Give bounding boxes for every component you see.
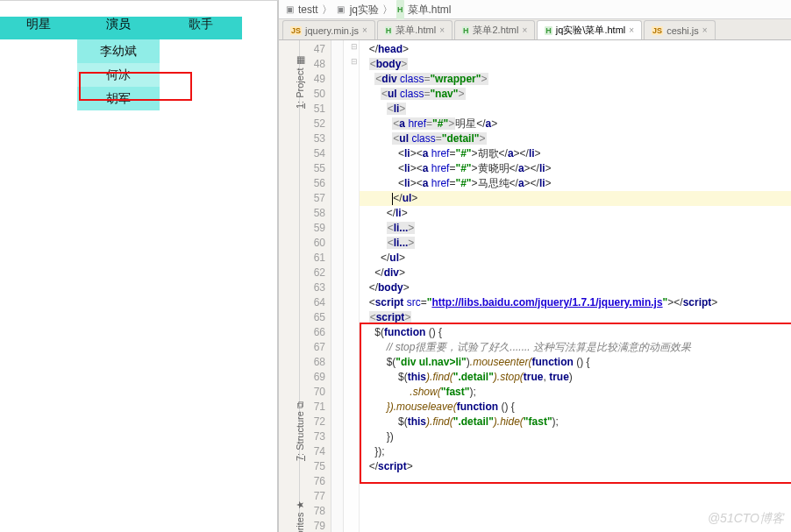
close-icon[interactable]: × (439, 25, 445, 35)
folder-icon: ▣ (336, 4, 346, 15)
close-icon[interactable]: × (522, 25, 527, 35)
sidebar-structure[interactable]: 7: Structure ⧉ (295, 401, 306, 461)
folder-icon: ▣ (284, 4, 295, 15)
tab-ceshi[interactable]: JSceshi.js× (644, 20, 716, 39)
tab-menu[interactable]: H菜单.html× (377, 20, 453, 39)
sidebar-favorites[interactable]: 2: Favorites ★ (295, 500, 306, 532)
editor-tabs: JSjquery.min.js× H菜单.html× H菜单2.html× Hj… (279, 19, 791, 40)
crumb-file[interactable]: 菜单.html (408, 0, 452, 19)
close-icon[interactable]: × (629, 25, 634, 35)
chevron-right-icon: 〉 (382, 0, 393, 19)
ide-pane: ▣ testt 〉 ▣ jq实验 〉 H 菜单.html JSjquery.mi… (279, 0, 791, 532)
tab-jquery[interactable]: JSjquery.min.js× (282, 20, 375, 39)
browser-preview-pane: 明星 演员 歌手 李幼斌 何冰 胡军 (0, 0, 279, 532)
nav-item-singer[interactable]: 歌手 (160, 17, 242, 39)
js-file-icon: JS (652, 26, 663, 35)
html-file-icon: H (396, 0, 404, 19)
code-editor[interactable]: 4748495051525354555657585960616263646566… (300, 40, 791, 532)
indent-guide: ⊟ ⊟ (344, 40, 360, 532)
highlight-annotation (79, 72, 192, 101)
html-file-icon: H (462, 26, 470, 35)
editor-main: 11: Project: Project ▦ 7: Structure ⧉ 2:… (279, 40, 791, 532)
nav-item-star[interactable]: 明星 (0, 17, 77, 39)
tab-active[interactable]: Hjq实验\菜单.html× (537, 20, 642, 39)
watermark: @51CTO博客 (708, 511, 784, 527)
tab-menu2[interactable]: H菜单2.html× (454, 20, 535, 39)
sidebar-project[interactable]: 11: Project: Project ▦ (295, 56, 306, 109)
crumb-root[interactable]: testt (298, 0, 318, 19)
html-file-icon: H (385, 26, 393, 35)
detail-item[interactable]: 李幼斌 (77, 39, 160, 63)
js-file-icon: JS (290, 26, 302, 35)
editor-content[interactable]: </head> <body> <div class="wrapper"> <ul… (360, 40, 791, 532)
close-icon[interactable]: × (702, 25, 708, 35)
nav-menu: 明星 演员 歌手 (0, 17, 246, 39)
crumb-mid[interactable]: jq实验 (350, 0, 379, 19)
nav-item-actor[interactable]: 演员 (77, 17, 160, 39)
html-file-icon: H (545, 26, 552, 35)
fold-gutter (331, 40, 344, 532)
text-cursor (392, 193, 393, 205)
code-highlight-box (360, 323, 791, 484)
close-icon[interactable]: × (362, 25, 367, 35)
breadcrumbs: ▣ testt 〉 ▣ jq实验 〉 H 菜单.html (279, 0, 791, 19)
app-root: 明星 演员 歌手 李幼斌 何冰 胡军 ▣ testt 〉 ▣ jq实验 〉 H … (0, 0, 791, 532)
chevron-right-icon: 〉 (322, 0, 332, 19)
tool-sidebar: 11: Project: Project ▦ 7: Structure ⧉ 2:… (279, 40, 300, 532)
